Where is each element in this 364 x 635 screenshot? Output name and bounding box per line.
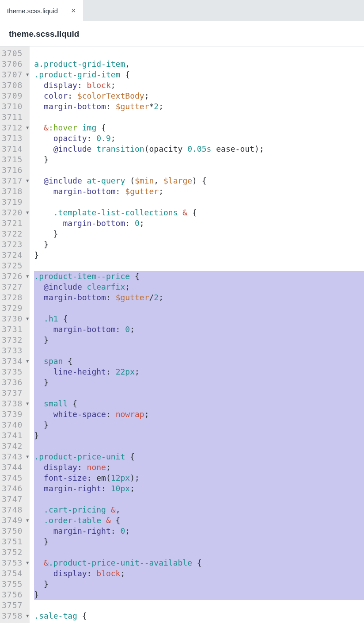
code-line[interactable]: margin-right: 10px; xyxy=(34,483,364,494)
code-editor[interactable]: 370537063707▼37083709371037113712▼371337… xyxy=(0,46,364,623)
code-line[interactable]: } xyxy=(34,536,364,547)
gutter-line: 3737 xyxy=(2,388,29,398)
file-title: theme.scss.liquid xyxy=(0,21,364,46)
gutter-line: 3735 xyxy=(2,367,29,377)
code-line[interactable] xyxy=(34,48,364,59)
gutter-line: 3725 xyxy=(2,260,29,271)
gutter-line: 3708 xyxy=(2,80,29,91)
gutter-line: 3746 xyxy=(2,483,29,494)
code-line[interactable]: } xyxy=(34,589,364,600)
code-line[interactable]: white-space: nowrap; xyxy=(34,409,364,420)
code-line[interactable]: margin-bottom: 0; xyxy=(34,218,364,229)
code-line[interactable] xyxy=(34,345,364,356)
code-line[interactable]: } xyxy=(34,420,364,430)
code-line[interactable]: color: $colorTextBody; xyxy=(34,91,364,101)
code-line[interactable] xyxy=(34,165,364,176)
code-line[interactable] xyxy=(34,197,364,207)
code-line[interactable]: .template-list-collections & { xyxy=(34,207,364,218)
code-area[interactable]: a.product-grid-item,.product-grid-item {… xyxy=(30,46,364,623)
code-line[interactable]: } xyxy=(34,239,364,250)
code-line[interactable]: margin-bottom: $gutter*2; xyxy=(34,101,364,112)
gutter-line: 3743▼ xyxy=(2,451,29,462)
code-line[interactable] xyxy=(34,600,364,611)
gutter-line: 3719 xyxy=(2,197,29,207)
gutter-line: 3755 xyxy=(2,579,29,589)
gutter-line: 3712▼ xyxy=(2,122,29,133)
gutter-line: 3727 xyxy=(2,282,29,292)
code-line[interactable]: margin-bottom: 0; xyxy=(34,324,364,335)
code-line[interactable]: display: block; xyxy=(34,80,364,91)
gutter-line: 3747 xyxy=(2,494,29,505)
code-line[interactable]: a.product-grid-item, xyxy=(34,59,364,69)
code-line[interactable]: &:hover img { xyxy=(34,122,364,133)
gutter-line: 3738▼ xyxy=(2,398,29,409)
code-line[interactable]: } xyxy=(34,250,364,260)
code-line[interactable]: @include transition(opacity 0.05s ease-o… xyxy=(34,144,364,154)
fold-icon[interactable]: ▼ xyxy=(23,611,29,621)
tab-label: theme.scss.liquid xyxy=(7,7,58,15)
gutter-line: 3736 xyxy=(2,377,29,388)
code-line[interactable]: margin-bottom: $gutter; xyxy=(34,186,364,197)
code-line[interactable]: .order-table & { xyxy=(34,515,364,526)
fold-icon[interactable]: ▼ xyxy=(23,271,29,282)
code-line[interactable]: display: block; xyxy=(34,568,364,579)
code-line[interactable]: small { xyxy=(34,398,364,409)
fold-icon[interactable]: ▼ xyxy=(23,398,29,409)
fold-icon[interactable]: ▼ xyxy=(23,207,29,218)
fold-icon[interactable]: ▼ xyxy=(23,122,29,133)
code-line[interactable] xyxy=(34,547,364,558)
gutter-line: 3707▼ xyxy=(2,69,29,80)
code-line[interactable]: } xyxy=(34,377,364,388)
code-line[interactable]: } xyxy=(34,579,364,589)
code-line[interactable]: font-size: em(12px); xyxy=(34,473,364,483)
gutter-line: 3754 xyxy=(2,568,29,579)
code-line[interactable]: opacity: 0.9; xyxy=(34,133,364,144)
code-line[interactable]: } xyxy=(34,229,364,239)
close-icon[interactable]: × xyxy=(71,6,76,15)
code-line[interactable]: .h1 { xyxy=(34,314,364,324)
gutter-line: 3758▼ xyxy=(2,611,29,621)
fold-icon[interactable]: ▼ xyxy=(23,314,29,324)
fold-icon[interactable]: ▼ xyxy=(23,176,29,186)
code-line[interactable]: .product-item--price { xyxy=(34,271,364,282)
gutter-line: 3709 xyxy=(2,91,29,101)
code-line[interactable]: } xyxy=(34,335,364,345)
code-line[interactable]: &.product-price-unit--available { xyxy=(34,558,364,568)
tab-bar: theme.scss.liquid × xyxy=(0,0,364,21)
code-line[interactable] xyxy=(34,388,364,398)
gutter-line: 3718 xyxy=(2,186,29,197)
fold-icon[interactable]: ▼ xyxy=(23,515,29,526)
gutter-line: 3728 xyxy=(2,292,29,303)
code-line[interactable]: } xyxy=(34,154,364,165)
gutter-line: 3741 xyxy=(2,430,29,441)
code-line[interactable]: .product-grid-item { xyxy=(34,69,364,80)
fold-icon[interactable]: ▼ xyxy=(23,558,29,568)
fold-icon[interactable]: ▼ xyxy=(23,451,29,462)
gutter-line: 3717▼ xyxy=(2,176,29,186)
code-line[interactable]: @include clearfix; xyxy=(34,282,364,292)
code-line[interactable]: span { xyxy=(34,356,364,367)
gutter-line: 3723 xyxy=(2,239,29,250)
code-line[interactable]: .cart-pricing &, xyxy=(34,505,364,515)
line-gutter: 370537063707▼37083709371037113712▼371337… xyxy=(0,46,30,623)
gutter-line: 3715 xyxy=(2,154,29,165)
code-line[interactable]: .sale-tag { xyxy=(34,611,364,621)
tab-active[interactable]: theme.scss.liquid × xyxy=(0,0,83,21)
fold-icon[interactable]: ▼ xyxy=(23,69,29,80)
code-line[interactable]: @include at-query ($min, $large) { xyxy=(34,176,364,186)
code-line[interactable]: margin-bottom: $gutter/2; xyxy=(34,292,364,303)
code-line[interactable]: } xyxy=(34,430,364,441)
code-line[interactable] xyxy=(34,260,364,271)
gutter-line: 3724 xyxy=(2,250,29,260)
code-line[interactable]: display: none; xyxy=(34,462,364,473)
code-line[interactable] xyxy=(34,494,364,505)
code-line[interactable] xyxy=(34,112,364,122)
code-line[interactable] xyxy=(34,303,364,314)
code-line[interactable]: line-height: 22px; xyxy=(34,367,364,377)
code-line[interactable]: .product-price-unit { xyxy=(34,451,364,462)
fold-icon[interactable]: ▼ xyxy=(23,356,29,367)
gutter-line: 3745 xyxy=(2,473,29,483)
code-line[interactable]: margin-right: 0; xyxy=(34,526,364,536)
code-line[interactable] xyxy=(34,441,364,451)
gutter-line: 3714 xyxy=(2,144,29,154)
